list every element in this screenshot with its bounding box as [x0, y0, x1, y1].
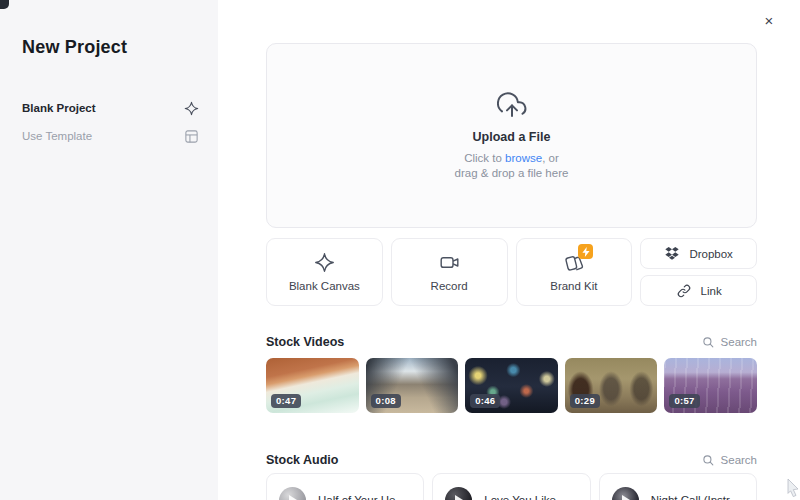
video-camera-icon	[439, 252, 460, 273]
audio-artwork	[279, 487, 306, 500]
link-button[interactable]: Link	[640, 275, 757, 306]
import-buttons-column: Dropbox Link	[640, 238, 757, 306]
stock-audio-header: Stock Audio Search	[266, 452, 757, 468]
close-icon: ×	[765, 12, 774, 29]
play-icon	[455, 495, 463, 500]
stock-video-thumbnail[interactable]: 0:47	[266, 358, 359, 413]
app-logo-fragment	[0, 0, 9, 9]
page-title: New Project	[22, 37, 127, 58]
sidebar-item-use-template[interactable]: Use Template	[0, 123, 218, 149]
stock-audio-item[interactable]: Half of Your He...	[266, 473, 424, 500]
upload-hint-prefix: Click to	[464, 152, 505, 164]
stock-videos-search-button[interactable]: Search	[702, 336, 757, 349]
duration-badge: 0:29	[570, 394, 600, 408]
stock-video-thumbnail[interactable]: 0:57	[664, 358, 757, 413]
blank-canvas-button[interactable]: Blank Canvas	[266, 238, 383, 306]
stock-video-thumbnail[interactable]: 0:29	[565, 358, 658, 413]
search-icon	[702, 454, 715, 467]
audio-artwork	[445, 487, 472, 500]
section-title: Stock Audio	[266, 453, 338, 467]
sidebar-item-label: Blank Project	[22, 102, 96, 114]
template-icon	[184, 129, 199, 144]
sidebar-item-label: Use Template	[22, 130, 92, 142]
upload-dropzone[interactable]: Upload a File Click to browse, or drag &…	[266, 43, 757, 228]
stock-video-thumbnail[interactable]: 0:08	[366, 358, 459, 413]
play-icon	[289, 495, 297, 500]
sparkle-icon	[314, 252, 335, 273]
search-icon	[702, 336, 715, 349]
section-title: Stock Videos	[266, 335, 344, 349]
brand-kit-icon-wrap	[563, 252, 584, 273]
dropbox-button[interactable]: Dropbox	[640, 238, 757, 269]
stock-audio-item[interactable]: Night Call (Instr...	[599, 473, 757, 500]
sidebar: New Project Blank Project Use Template	[0, 0, 218, 500]
search-label: Search	[721, 336, 757, 348]
create-actions-row: Blank Canvas Record Brand K	[266, 238, 757, 306]
import-label: Link	[701, 285, 722, 297]
import-label: Dropbox	[689, 248, 732, 260]
duration-badge: 0:08	[371, 394, 401, 408]
stock-video-thumbnail[interactable]: 0:46	[465, 358, 558, 413]
upload-hint-line2: drag & drop a file here	[455, 167, 569, 179]
upload-hint-suffix: , or	[542, 152, 559, 164]
duration-badge: 0:46	[470, 394, 500, 408]
close-button[interactable]: ×	[759, 10, 779, 30]
action-label: Brand Kit	[550, 280, 597, 292]
duration-badge: 0:57	[669, 394, 699, 408]
action-label: Blank Canvas	[289, 280, 360, 292]
stock-videos-header: Stock Videos Search	[266, 334, 757, 350]
action-label: Record	[431, 280, 468, 292]
duration-badge: 0:47	[271, 394, 301, 408]
stock-audio-item[interactable]: Love You Like ...	[432, 473, 590, 500]
dropbox-icon	[664, 246, 680, 262]
audio-title: Love You Like ...	[484, 494, 568, 500]
play-icon	[622, 495, 630, 500]
upload-hint: Click to browse, or drag & drop a file h…	[455, 151, 569, 181]
browse-link[interactable]: browse	[505, 152, 542, 164]
stock-audio-search-button[interactable]: Search	[702, 454, 757, 467]
stock-audio-row: Half of Your He... Love You Like ... Nig…	[266, 473, 757, 500]
audio-title: Night Call (Instr...	[651, 494, 739, 500]
stock-videos-row: 0:47 0:08 0:46 0:29 0:57	[266, 358, 757, 413]
brand-kit-button[interactable]: Brand Kit	[516, 238, 633, 306]
new-project-modal: New Project Blank Project Use Template ×…	[0, 0, 800, 500]
audio-artwork	[612, 487, 639, 500]
search-label: Search	[721, 454, 757, 466]
sidebar-item-blank-project[interactable]: Blank Project	[0, 95, 218, 121]
record-button[interactable]: Record	[391, 238, 508, 306]
sparkle-icon	[184, 101, 199, 116]
mouse-cursor	[787, 479, 800, 498]
upload-cloud-icon	[497, 91, 527, 121]
link-icon	[676, 283, 692, 299]
audio-title: Half of Your He...	[318, 494, 405, 500]
upgrade-badge	[578, 244, 593, 259]
upload-title: Upload a File	[473, 130, 551, 144]
lightning-bolt-icon	[582, 247, 590, 257]
